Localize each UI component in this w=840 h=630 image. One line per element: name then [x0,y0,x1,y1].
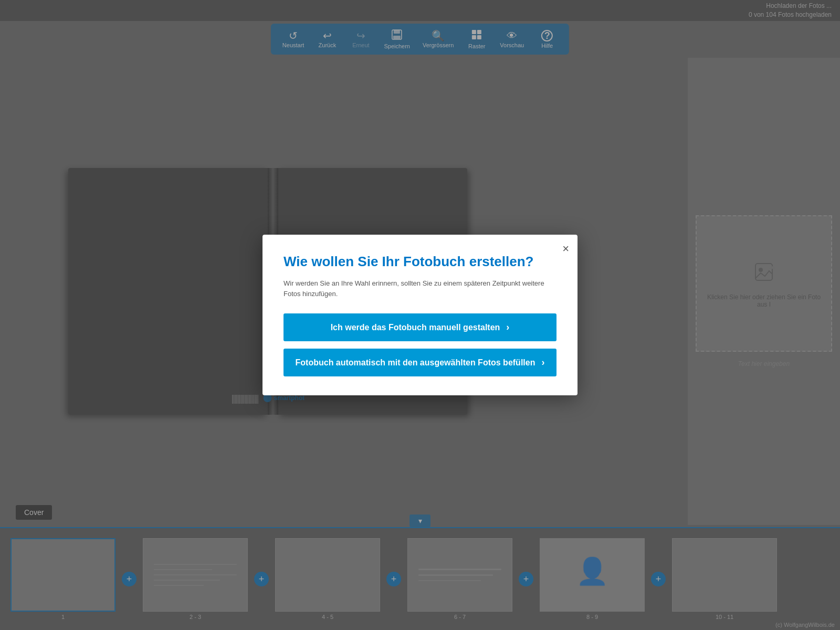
modal-title: Wie wollen Sie Ihr Fotobuch erstellen? [284,254,556,270]
chevron-right-icon-2: › [541,357,544,368]
modal-overlay: × Wie wollen Sie Ihr Fotobuch erstellen?… [0,0,840,630]
auto-fill-button[interactable]: Fotobuch automatisch mit den ausgewählte… [284,349,556,376]
modal-subtitle: Wir werden Sie an Ihre Wahl erinnern, so… [284,278,556,299]
chevron-right-icon-1: › [506,322,509,333]
manual-design-button[interactable]: Ich werde das Fotobuch manuell gestalten… [284,313,556,341]
modal-dialog: × Wie wollen Sie Ihr Fotobuch erstellen?… [262,235,578,395]
modal-close-button[interactable]: × [562,243,569,255]
